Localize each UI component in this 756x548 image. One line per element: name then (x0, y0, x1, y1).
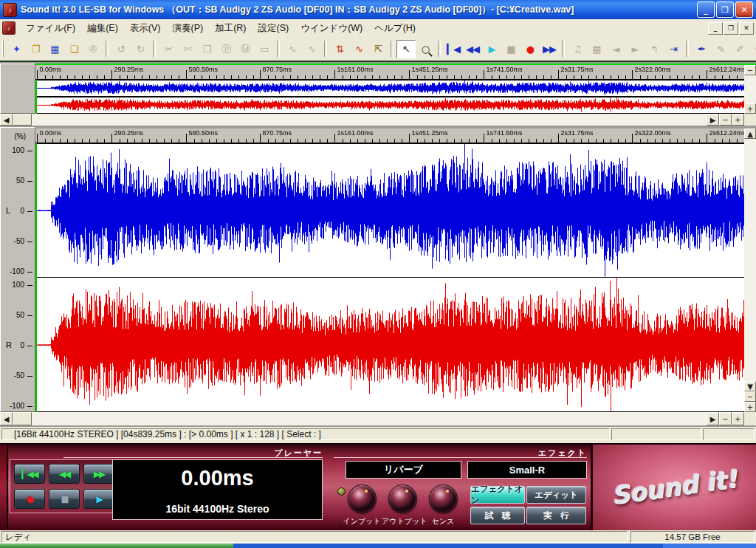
play-button[interactable]: ▶ (83, 489, 114, 509)
sense-knob-group: センス (422, 484, 464, 527)
main-time-ruler[interactable] (35, 129, 744, 143)
menu-file[interactable]: ファイル(F) (20, 20, 81, 37)
save-button[interactable]: ▦ (45, 40, 64, 58)
ms-hz-toggle-button[interactable]: ⇅ (330, 40, 349, 58)
execute-button[interactable]: 実 行 (526, 507, 586, 524)
edit-button[interactable]: エディット (526, 486, 586, 504)
overview-hzoom-in-button[interactable]: + (732, 114, 744, 126)
wave-display-button[interactable]: ∿ (349, 40, 368, 58)
wave-display-icon: ∿ (355, 44, 362, 54)
erase-button: ▭ (255, 40, 274, 58)
fast-forward-button[interactable]: ▶▶ (83, 464, 114, 484)
main-hzoom-in-button[interactable]: + (732, 412, 744, 425)
open-button[interactable]: ❐ (26, 40, 45, 58)
pen-erase-button: ✎ (711, 40, 730, 58)
stop-button[interactable]: ■ (49, 489, 80, 509)
main-scroll-left-button[interactable]: ◀ (0, 412, 13, 425)
overview-scroll-corner (744, 114, 756, 126)
main-scroll-down-button[interactable]: ▼ (744, 381, 756, 391)
main-hzoom-out-button[interactable]: − (719, 412, 732, 425)
insert-marker-icon: ⇥ (670, 44, 677, 54)
overview-scroll-left-button[interactable]: ◀ (0, 114, 13, 126)
main-vzoom-in-button[interactable]: + (744, 402, 756, 412)
pen-tool-button[interactable]: ✒ (692, 40, 711, 58)
save-copy-button[interactable]: ❏ (64, 40, 83, 58)
fast-forward-button[interactable]: ▶▶ (540, 40, 559, 58)
app-icon: ♪ (3, 3, 17, 17)
menu-edit[interactable]: 編集(E) (81, 20, 124, 37)
undo-icon: ↺ (117, 44, 125, 54)
overview-vzoom-in-button[interactable]: + (744, 103, 756, 114)
scale-tick-label: -50 (14, 371, 24, 380)
play-button[interactable]: ▶ (482, 40, 501, 58)
paste-icon: ❒ (203, 44, 211, 54)
start-button-edge[interactable] (0, 544, 233, 548)
main-scroll-thumb[interactable] (13, 412, 32, 425)
app-statusbar: レディ 14.57 GB Free (0, 530, 756, 544)
pointer-position-button[interactable]: ⇱ (368, 40, 388, 58)
rewind-button[interactable]: ◀◀ (49, 464, 80, 484)
paste-mix-icon: Ⓜ (241, 44, 250, 54)
main-vzoom-out-button[interactable]: − (744, 391, 756, 402)
overview-hzoom-out-button[interactable]: − (719, 114, 732, 126)
loop-return-icon: ↰ (650, 44, 658, 54)
overview-scroll-right-button[interactable]: ▶ (707, 114, 719, 126)
output-knob[interactable] (388, 484, 417, 513)
minimize-button[interactable]: _ (697, 1, 715, 18)
pen-smooth-button: ✐ (730, 40, 749, 58)
insert-marker-button[interactable]: ⇥ (664, 40, 683, 58)
overview-scroll-track[interactable] (32, 114, 707, 126)
overview-vscroll-track[interactable] (744, 75, 756, 103)
play-icon: ▶ (96, 494, 101, 504)
mdi-minimize-button[interactable]: _ (708, 22, 723, 35)
audition-button[interactable]: 試 聴 (470, 507, 525, 524)
skip-to-start-button[interactable]: ▎◀◀ (14, 464, 45, 484)
main-vscroll-track[interactable] (744, 139, 756, 381)
tray-edge (663, 544, 756, 548)
select-tool-icon: ↖ (402, 44, 410, 54)
window-title: Sound it! 3.0 LE-SB for Windows （OUT：SB … (21, 4, 695, 16)
waveform-panel: (%) 100500-50-100L100500-50-100R ▲ ▼ − +… (0, 127, 756, 425)
sense-knob-label: センス (422, 516, 464, 527)
record-button[interactable]: ● (14, 489, 45, 509)
stop-button: ■ (501, 40, 520, 58)
trim-icon: ✄ (184, 44, 191, 54)
menu-window[interactable]: ウインドウ(W) (295, 20, 368, 37)
overview-waveform-right[interactable] (35, 97, 744, 114)
close-button[interactable]: ✕ (735, 1, 753, 18)
restore-icon: ❐ (721, 5, 729, 15)
overview-hscrollbar: ◀ ▶ − + (0, 114, 756, 126)
rewind-button[interactable]: ◀◀ (463, 40, 482, 58)
prev-marker-icon: ◄ (613, 44, 619, 54)
input-knob[interactable] (348, 484, 377, 513)
menu-play[interactable]: 演奏(P) (166, 20, 209, 37)
scale-tick-mark (27, 272, 32, 273)
toolbar-grip[interactable] (2, 41, 4, 57)
overview-scroll-thumb[interactable] (13, 114, 32, 126)
menu-help[interactable]: ヘルプ(H) (368, 20, 422, 37)
main-scroll-track[interactable] (32, 412, 707, 425)
record-button[interactable]: ● (520, 40, 540, 58)
overview-waveform-left[interactable] (35, 80, 744, 97)
menu-settings[interactable]: 設定(S) (252, 20, 295, 37)
disk-free-status: 14.57 GB Free (630, 531, 755, 543)
select-tool-button[interactable]: ↖ (396, 40, 416, 58)
sense-knob[interactable] (429, 484, 458, 513)
menu-process[interactable]: 加工(R) (209, 20, 252, 37)
main-scroll-up-button[interactable]: ▲ (744, 129, 756, 139)
prev-marker-button: ◄ (606, 40, 625, 58)
mdi-close-button[interactable]: ✕ (739, 22, 754, 35)
main-waveform-display[interactable] (35, 143, 744, 412)
menu-view[interactable]: 表示(V) (124, 20, 167, 37)
zoom-tool-button[interactable]: ○ (416, 40, 435, 58)
scale-tick-label: -100 (10, 402, 24, 410)
mdi-restore-button[interactable]: ❐ (724, 22, 738, 35)
go-start-button[interactable]: ▎◀ (444, 40, 463, 58)
overview-vzoom-out-button[interactable]: − (744, 65, 756, 75)
main-scroll-right-button[interactable]: ▶ (707, 412, 719, 425)
restore-button[interactable]: ❐ (716, 1, 734, 18)
paste-insert-icon: Ⓟ (221, 44, 230, 54)
overview-time-ruler[interactable] (35, 65, 744, 80)
effect-on-button[interactable]: エフェクトオン (470, 486, 525, 504)
new-button[interactable]: ✦ (7, 40, 26, 58)
